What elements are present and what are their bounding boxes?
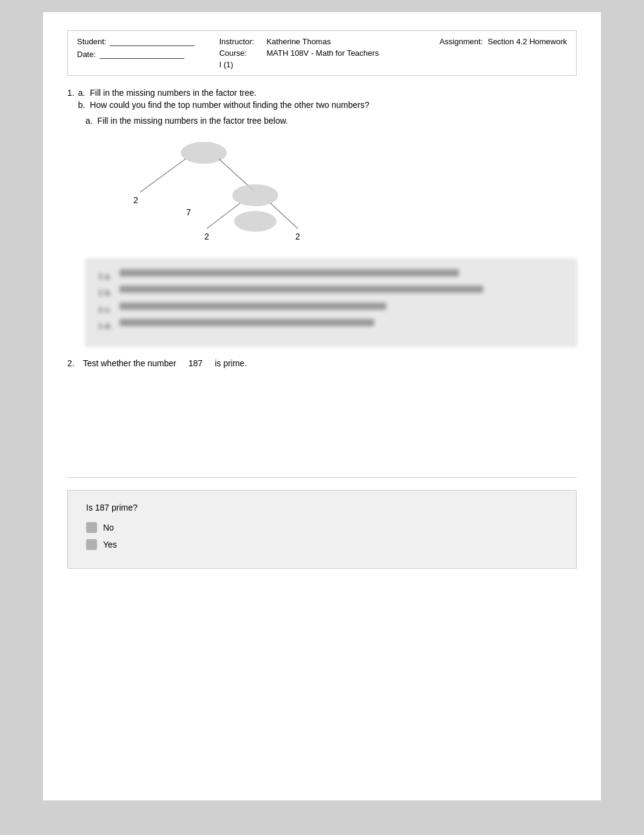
assignment-name: Section 4.2 Homework <box>488 37 567 46</box>
radio-no-button[interactable] <box>86 522 97 533</box>
date-label: Date: <box>77 50 96 59</box>
assignment-label: Assignment: <box>440 37 483 46</box>
answer-section: Is 187 prime? No Yes <box>67 490 577 569</box>
q2-text2: is prime. <box>215 358 247 368</box>
q2-number: 2. <box>67 358 75 368</box>
q1-part-a: a. Fill in the missing numbers in the fa… <box>78 88 369 98</box>
line-right-left <box>207 203 240 229</box>
radio-yes-button[interactable] <box>86 539 97 550</box>
right-mid-node-shape <box>232 184 278 206</box>
node-2-bottom-left: 2 <box>204 232 209 241</box>
q1-part-b: b. How could you find the top number wit… <box>78 100 369 110</box>
q1-sub-a-instruction: a. Fill in the missing numbers in the fa… <box>86 116 577 126</box>
radio-option-no[interactable]: No <box>86 522 558 533</box>
instructor-label: Instructor: <box>219 37 261 46</box>
instructor-name: Katherine Thomas <box>266 37 330 46</box>
top-node-shape <box>181 142 227 164</box>
course-row: Course: MATH 108V - Math for Teachers <box>219 49 378 58</box>
factor-tree-svg: 2 7 2 2 <box>86 132 389 253</box>
node-2-left: 2 <box>133 195 138 205</box>
radio-no-label: No <box>103 523 114 532</box>
factor-tree-area: 2 7 2 2 <box>86 132 389 253</box>
header-right: Assignment: Section 4.2 Homework <box>440 37 567 46</box>
page-indicator-row: I (1) <box>219 60 378 69</box>
answer-question-label: Is 187 prime? <box>86 503 558 512</box>
question-1: 1. a. Fill in the missing numbers in the… <box>67 88 577 346</box>
header-center: Instructor: Katherine Thomas Course: MAT… <box>219 37 378 69</box>
course-label: Course: <box>219 49 261 58</box>
student-label: Student: <box>77 37 106 46</box>
header-box: Student: Date: Instructor: Katherine Tho… <box>67 30 577 76</box>
q1-blurred-answers: 1 a. 1 b. 1 c. 1 d. <box>86 259 577 346</box>
student-input-line[interactable] <box>110 38 195 46</box>
radio-yes-label: Yes <box>103 540 117 549</box>
q1-number: 1. <box>67 88 75 112</box>
date-input-line[interactable] <box>99 50 184 59</box>
q2-divider <box>67 477 577 478</box>
node-2-bottom-right: 2 <box>295 232 300 241</box>
date-field-row: Date: <box>77 50 195 59</box>
q2-text: Test whether the number <box>83 358 176 368</box>
page: Student: Date: Instructor: Katherine Tho… <box>43 12 601 800</box>
bottom-blurred-node <box>234 211 277 232</box>
page-indicator: I (1) <box>219 60 233 69</box>
line-top-left <box>140 159 186 192</box>
question-2: 2. Test whether the number 187 is prime.… <box>67 358 577 569</box>
node-7: 7 <box>186 207 191 217</box>
student-field-row: Student: <box>77 37 195 46</box>
instructor-row: Instructor: Katherine Thomas <box>219 37 378 46</box>
q2-text-row: 2. Test whether the number 187 is prime. <box>67 358 577 368</box>
course-name: MATH 108V - Math for Teachers <box>266 49 378 58</box>
q2-number-value: 187 <box>189 358 203 368</box>
header-left: Student: Date: <box>77 37 195 59</box>
radio-option-yes[interactable]: Yes <box>86 539 558 550</box>
